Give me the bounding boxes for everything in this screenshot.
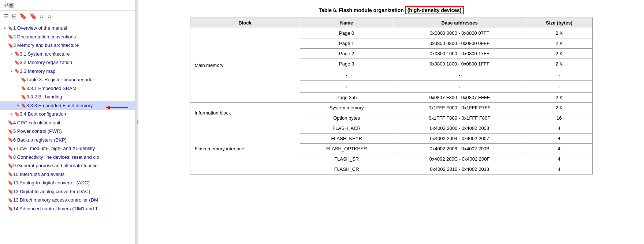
sidebar-item-item-5[interactable]: 🔖 5 Power control (PWR) (0, 127, 135, 136)
name-cell: System memory (300, 103, 393, 113)
name-cell: Page 0 (300, 28, 393, 38)
item-label: 1 Overview of the manual (13, 25, 134, 32)
toolbar-menu-icon[interactable]: ☰ (4, 13, 9, 20)
bookmark-icon: 🔖 (7, 205, 13, 212)
sidebar-item-item-3-3-2[interactable]: 🔖 3.3.2 Bit banding (0, 93, 135, 101)
base-cell: 0x0800 0000 - 0x0800 07FF (393, 28, 526, 38)
toolbar-font-down-icon[interactable]: A↓ (48, 13, 53, 19)
bookmark-icon: 🔖 (7, 180, 13, 186)
sidebar-item-item-3-3-3[interactable]: + 🔖 3.3.3 Embedded Flash memory (0, 101, 135, 110)
sidebar-item-item-2[interactable]: 🔖 2 Documentation conventions (0, 33, 135, 41)
item-label: Table 3. Register boundary addr (26, 76, 134, 83)
sidebar-item-item-3-4[interactable]: + 🔖 3.4 Boot configuration (0, 110, 135, 119)
bookmark-icon: 🔖 (7, 25, 13, 31)
name-cell: FLASH_OPTKEYR (300, 144, 393, 154)
sidebar-item-item-3-2[interactable]: 🔖 3.2 Memory organization (0, 58, 135, 67)
table-row: Main memoryPage 00x0800 0000 - 0x0800 07… (190, 28, 592, 38)
expand-icon[interactable]: - (2, 42, 7, 49)
item-label: 3.3.2 Bit banding (26, 93, 134, 101)
base-cell: 0x4002 2008 - 0x4002 200B (393, 144, 526, 154)
table-title: Table 6. Flash module organization (high… (149, 7, 633, 13)
expand-icon[interactable]: + (9, 51, 14, 57)
toolbar-bookmark-icon-1[interactable]: ⊟ (12, 13, 16, 20)
sidebar-item-item-9[interactable]: 🔖 9 General-purpose and alternate-functi… (0, 161, 135, 170)
name-cell: FLASH_CR (300, 164, 393, 174)
base-cell: 0x1FFF F000 - 0x1FFF F7FF (393, 103, 526, 113)
sidebar-item-item-4[interactable]: 🔖 4 CRC calculation unit (0, 119, 135, 127)
table-row: Flash memory interfaceFLASH_ACR0x4002 20… (190, 123, 592, 134)
item-label: 11 Analog-to-digital converter (ADC) (13, 179, 134, 187)
flash-table: Block Name Base addresses Size (bytes) M… (190, 18, 593, 174)
main-content: Table 6. Flash module organization (high… (138, 0, 644, 244)
sidebar-item-item-12[interactable]: 🔖 12 Digital-to-analog converter (DAC) (0, 187, 135, 196)
size-cell: 4 (526, 123, 592, 134)
item-label: 5 Power control (PWR) (13, 128, 134, 135)
bookmark-icon: 🔖 (7, 33, 13, 40)
item-label: 13 Direct memory access controller (DM (13, 196, 134, 204)
sidebar-item-item-1[interactable]: + 🔖 1 Overview of the manual (0, 24, 135, 33)
sidebar-item-item-3-3-1[interactable]: 🔖 3.3.1 Embedded SRAM (0, 84, 135, 93)
bookmark-icon: 🔖 (7, 145, 13, 152)
table-row: Information blockSystem memory0x1FFF F00… (190, 103, 592, 113)
toolbar-bookmark-icon-2[interactable]: 🔖 (19, 13, 27, 20)
resize-handle[interactable]: ▐ (135, 0, 138, 244)
sidebar-item-item-3-1[interactable]: + 🔖 3.1 System architecture (0, 50, 135, 59)
expand-icon[interactable]: + (9, 111, 14, 117)
bookmark-icon: 🔖 (21, 76, 26, 83)
bookmark-icon: 🔖 (7, 188, 13, 195)
name-cell: FLASH_KEYR (300, 134, 393, 144)
table-title-text: Table 6. Flash module organization (319, 7, 403, 13)
sidebar-item-item-13[interactable]: 🔖 13 Direct memory access controller (DM (0, 196, 135, 204)
block-cell: Main memory (190, 28, 300, 103)
base-cell: 0x4002 200C - 0x4002 200F (393, 154, 526, 164)
expand-icon[interactable]: + (15, 102, 21, 109)
toolbar-bookmark-icon-3[interactable]: 🔖 (30, 13, 37, 20)
toolbar-font-up-icon[interactable]: A↑ (40, 13, 45, 19)
sidebar-item-item-table3[interactable]: 🔖 Table 3. Register boundary addr (0, 75, 135, 84)
name-cell: Page 3 (300, 59, 393, 69)
bookmark-icon: 🔖 (7, 171, 13, 177)
size-cell: 4 (526, 134, 592, 144)
size-cell: 2 K (526, 103, 592, 113)
size-cell: 2 K (526, 28, 592, 38)
sidebar-item-item-10[interactable]: 🔖 10 Interrupts and events (0, 170, 135, 179)
size-cell: 4 (526, 144, 592, 154)
item-label: 2 Documentation conventions (13, 33, 134, 41)
col-size: Size (bytes) (526, 18, 592, 28)
sidebar: 书签 ☰ ⊟ 🔖 🔖 A↑ A↓ + 🔖 1 Overview of the m… (0, 0, 135, 244)
sidebar-item-item-11[interactable]: 🔖 11 Analog-to-digital converter (ADC) (0, 179, 135, 187)
base-cell: 0x0800 1000 - 0x0800 17FF (393, 49, 526, 59)
item-label: 3.3 Memory map (20, 68, 134, 75)
item-label: 14 Advanced-control timers (TIM1 and T (13, 205, 134, 213)
sidebar-item-item-6[interactable]: 🔖 6 Backup registers (BKP) (0, 136, 135, 144)
expand-icon[interactable]: + (2, 25, 7, 31)
block-cell: Flash memory interface (190, 123, 300, 174)
bookmark-icon: 🔖 (21, 85, 26, 91)
expand-icon[interactable]: - (9, 68, 14, 74)
name-cell: Page 1 (300, 38, 393, 49)
sidebar-item-item-8[interactable]: 🔖 8 Connectivity line devices: reset and… (0, 153, 135, 162)
bookmark-icon: 🔖 (21, 102, 26, 109)
name-cell: FLASH_ACR (300, 123, 393, 134)
sidebar-item-item-7[interactable]: 🔖 7 Low-, medium-, high- and XL-density (0, 144, 135, 153)
col-block: Block (190, 18, 300, 28)
item-label: 12 Digital-to-analog converter (DAC) (13, 188, 134, 195)
name-cell: FLASH_SR (300, 154, 393, 164)
size-cell: 16 (526, 113, 592, 123)
bookmark-icon: 🔖 (7, 136, 13, 143)
base-cell: 0x0800 0800 - 0x0800 0FFF (393, 38, 526, 49)
bookmark-icon: 🔖 (7, 197, 13, 203)
sidebar-toolbar: ☰ ⊟ 🔖 🔖 A↑ A↓ (0, 11, 135, 22)
size-cell: 2 K (526, 93, 592, 103)
name-cell: · (300, 69, 393, 81)
sidebar-item-item-3-3[interactable]: - 🔖 3.3 Memory map (0, 67, 135, 76)
item-label: 3.3.1 Embedded SRAM (26, 85, 134, 92)
col-base: Base addresses (393, 18, 526, 28)
sidebar-item-item-14[interactable]: 🔖 14 Advanced-control timers (TIM1 and T (0, 204, 135, 213)
bookmark-icon: 🔖 (7, 42, 13, 49)
col-name: Name (300, 18, 393, 28)
size-cell: · (526, 81, 592, 93)
base-cell: 0x4002 2004 - 0x4002 2007 (393, 134, 526, 144)
sidebar-item-item-3[interactable]: - 🔖 3 Memory and bus architecture (0, 41, 135, 50)
base-cell: · (393, 81, 526, 93)
